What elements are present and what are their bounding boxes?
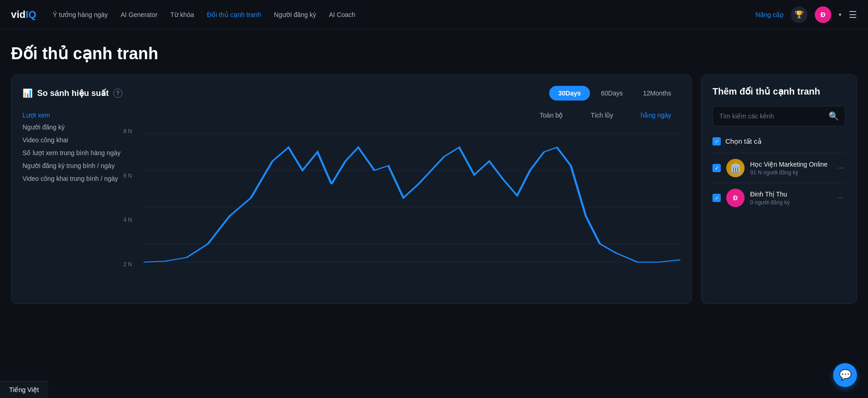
nav-daily-ideas[interactable]: Ý tưởng hàng ngày bbox=[53, 11, 108, 18]
metrics-list: Lượt xem Người đăng ký Video công khai S… bbox=[22, 112, 123, 271]
y-label-2n: 2 N bbox=[123, 261, 144, 268]
info-icon[interactable]: ? bbox=[113, 89, 122, 98]
main-nav: Ý tưởng hàng ngày AI Generator Từ khóa Đ… bbox=[53, 11, 756, 18]
metric-avg-daily-videos[interactable]: Video công khai trung bình / ngày bbox=[22, 172, 123, 185]
language-footer[interactable]: Tiếng Việt bbox=[0, 381, 48, 398]
y-label-4n: 4 N bbox=[123, 217, 144, 223]
upgrade-button[interactable]: Nâng cấp bbox=[756, 11, 784, 18]
time-tabs: 30Days 60Days 12Months bbox=[549, 86, 680, 101]
logo-iq: IQ bbox=[26, 9, 36, 20]
chart-icon: 📊 bbox=[22, 88, 33, 98]
channel-name-hvmk: Học Viện Marketing Online bbox=[750, 160, 830, 168]
nav-ai-generator[interactable]: AI Generator bbox=[121, 11, 157, 18]
nav-keywords[interactable]: Từ khóa bbox=[170, 11, 194, 18]
search-box[interactable]: 🔍 bbox=[712, 106, 846, 126]
trophy-icon[interactable]: 🏆 bbox=[791, 6, 807, 23]
metric-views[interactable]: Lượt xem bbox=[22, 112, 123, 119]
search-icon[interactable]: 🔍 bbox=[829, 111, 839, 121]
search-input[interactable] bbox=[719, 112, 824, 120]
nav-ai-coach[interactable]: AI Coach bbox=[329, 11, 356, 18]
right-panel-title: Thêm đối thủ cạnh tranh bbox=[712, 86, 846, 97]
select-all-label: Chọn tất cả bbox=[725, 137, 762, 146]
metric-public-videos[interactable]: Video công khai bbox=[22, 134, 123, 146]
channel-avatar-hvmk: 🏛️ bbox=[726, 159, 745, 177]
nav-competitors[interactable]: Đối thủ cạnh tranh bbox=[207, 11, 261, 18]
header: vidIQ Ý tưởng hàng ngày AI Generator Từ … bbox=[0, 0, 868, 29]
chevron-down-icon[interactable]: ▾ bbox=[839, 11, 841, 18]
select-all-checkbox[interactable]: ✓ bbox=[712, 137, 721, 146]
channel-subs-hvmk: 91 N người đăng ký bbox=[750, 169, 830, 176]
logo[interactable]: vidIQ bbox=[11, 9, 36, 21]
channel-avatar-dinh: Đ bbox=[726, 189, 745, 207]
chart-line bbox=[144, 147, 680, 262]
channel-subs-dinh: 0 người đăng ký bbox=[750, 199, 830, 206]
chart-svg-area bbox=[144, 124, 680, 271]
panel-header: 📊 So sánh hiệu suất ? 30Days 60Days 12Mo… bbox=[22, 86, 680, 101]
more-options-hvmk[interactable]: ··· bbox=[836, 162, 846, 174]
chart-svg bbox=[144, 124, 680, 271]
right-panel: Thêm đối thủ cạnh tranh 🔍 ✓ Chọn tất cả … bbox=[701, 74, 857, 304]
tab-60days[interactable]: 60Days bbox=[592, 86, 632, 101]
col-daily[interactable]: hằng ngày bbox=[640, 112, 671, 119]
page-title-area: Đối thủ cạnh tranh bbox=[0, 29, 868, 74]
header-right: Nâng cấp 🏆 Đ ▾ ☰ bbox=[756, 6, 857, 23]
nav-subscribers[interactable]: Người đăng ký bbox=[274, 11, 316, 18]
channel-info-hvmk: Học Viện Marketing Online 91 N người đăn… bbox=[750, 160, 830, 176]
col-total[interactable]: Toàn bộ bbox=[540, 112, 563, 119]
metric-avg-daily-subs[interactable]: Người đăng ký trung bình / ngày bbox=[22, 159, 123, 172]
logo-vid: vid bbox=[11, 9, 26, 20]
channel-info-dinh: Đinh Thị Thu 0 người đăng ký bbox=[750, 190, 830, 206]
hamburger-icon[interactable]: ☰ bbox=[849, 9, 857, 20]
y-label-6n: 6 N bbox=[123, 173, 144, 179]
panel-title: 📊 So sánh hiệu suất ? bbox=[22, 88, 122, 98]
performance-panel: 📊 So sánh hiệu suất ? 30Days 60Days 12Mo… bbox=[11, 74, 692, 304]
channel-item-dinh: ✓ Đ Đinh Thị Thu 0 người đăng ký ··· bbox=[712, 183, 846, 213]
metric-subscribers[interactable]: Người đăng ký bbox=[22, 121, 123, 134]
metric-avg-daily-views[interactable]: Số lượt xem trung bình hàng ngày bbox=[22, 146, 123, 159]
channel-item-hvmk: ✓ 🏛️ Học Viện Marketing Online 91 N ngườ… bbox=[712, 153, 846, 183]
chat-button[interactable]: 💬 bbox=[833, 363, 857, 387]
panel-title-text: So sánh hiệu suất bbox=[37, 88, 109, 98]
avatar[interactable]: Đ bbox=[815, 6, 831, 23]
tab-30days[interactable]: 30Days bbox=[549, 86, 590, 101]
channel-checkbox-dinh[interactable]: ✓ bbox=[712, 194, 721, 202]
y-axis: 8 N 6 N 4 N 2 N bbox=[123, 124, 144, 271]
channel-name-dinh: Đinh Thị Thu bbox=[750, 190, 830, 198]
more-options-dinh[interactable]: ··· bbox=[836, 192, 846, 204]
page-title: Đối thủ cạnh tranh bbox=[11, 44, 857, 63]
tab-12months[interactable]: 12Months bbox=[634, 86, 680, 101]
chart-wrapper: 8 N 6 N 4 N 2 N bbox=[123, 124, 680, 271]
channel-avatar-icon: 🏛️ bbox=[730, 163, 741, 174]
channel-checkbox-hvmk[interactable]: ✓ bbox=[712, 164, 721, 172]
y-label-8n: 8 N bbox=[123, 128, 144, 135]
col-cumulative[interactable]: Tích lũy bbox=[590, 112, 613, 119]
select-all-row: ✓ Chọn tất cả bbox=[712, 137, 846, 146]
main-content: 📊 So sánh hiệu suất ? 30Days 60Days 12Mo… bbox=[0, 74, 868, 315]
